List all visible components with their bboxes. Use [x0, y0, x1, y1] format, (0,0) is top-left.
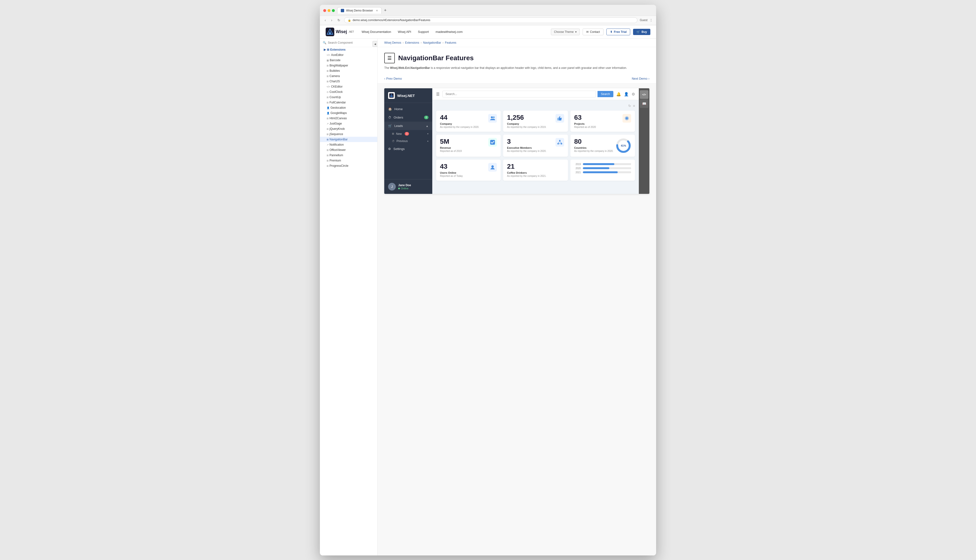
logo[interactable]: Wisej.NET [326, 28, 354, 36]
header-actions: Choose Theme ▾ ✉ Contact ⬆ Free Trial 🛒 … [551, 28, 650, 35]
leads-icon: 🛒 [388, 124, 392, 128]
back-button[interactable]: ‹ [323, 18, 328, 23]
bell-icon[interactable]: 🔔 [616, 92, 621, 97]
maximize-button[interactable] [332, 9, 335, 12]
tab-title: Wisej Demo Browser [346, 9, 373, 12]
sidebar-item-coolclock[interactable]: ⊙ CoolClock [320, 89, 377, 95]
demo-search-button[interactable]: Search [598, 91, 613, 97]
bar-track-0 [583, 163, 631, 165]
filter-icon[interactable]: ≡ [633, 104, 635, 108]
filter-row: ↻ ≡ [436, 104, 635, 108]
sidebar-item-premium[interactable]: ⊞ Premium [320, 158, 377, 163]
sidebar-collapse-button[interactable]: ◀ [373, 41, 377, 47]
bing-icon: ⊞ [327, 64, 329, 67]
demo-topbar-icons: 🔔 👤 ⚙ [616, 92, 635, 97]
free-trial-button[interactable]: ⬆ Free Trial [607, 28, 630, 35]
stat-number-coffee: 21 [507, 163, 546, 170]
stat-icon-0 [488, 114, 497, 123]
docs-view-button[interactable]: 📖 [640, 99, 648, 108]
sidebar-item-officeviewer[interactable]: ⊞ OfficeViewer [320, 147, 377, 153]
guest-label: Guest [640, 18, 647, 22]
stat-card-company-44: 44 Company As reported by the company in… [436, 111, 501, 132]
nav-api[interactable]: Wisej API [398, 30, 411, 33]
sidebar-item-extensions[interactable]: ▶ ⊞ Extensions [320, 47, 377, 52]
sidebar-item-progresscircle[interactable]: ⊞ ProgressCircle [320, 163, 377, 168]
demo-submenu-new[interactable]: ⊞ New 3 ▾ [388, 130, 432, 137]
demo-search-input[interactable] [442, 91, 596, 97]
contact-button[interactable]: ✉ Contact [583, 28, 603, 35]
stat-card-content-coffee: 21 Coffee Drinkers As reported by the co… [507, 163, 546, 177]
bubble-icon: ⊞ [327, 70, 329, 72]
stats-grid-2: 5M Revenue Reported as of 2019 [436, 135, 635, 157]
stat-desc-3: Reported as of 2019 [440, 150, 462, 152]
demo-nav-sidebar: Wisej.NET 🏠 Home ⏱ Orders 6 [384, 88, 432, 194]
donut-chart: 41% [616, 138, 631, 153]
tab-close-button[interactable]: ✕ [376, 9, 378, 12]
close-button[interactable] [323, 9, 326, 12]
nav-madewith[interactable]: madewithwisej.com [436, 30, 463, 33]
sidebar-item-googlemaps[interactable]: 👤 GoogleMaps [320, 110, 377, 116]
sidebar-item-justgage[interactable]: ↗ JustGage [320, 121, 377, 126]
sidebar-item-navigationbar[interactable]: ⊞ NavigationBar [320, 137, 377, 142]
svg-line-17 [560, 141, 562, 143]
sidebar-item-ckeditor[interactable]: </> CKEditor [320, 84, 377, 89]
breadcrumb-navigationbar[interactable]: NavigationBar [423, 41, 441, 44]
next-demo-button[interactable]: Next Demo › [632, 77, 649, 80]
breadcrumb-wisej-demos[interactable]: Wisej Demos [384, 41, 401, 44]
sidebar-item-barcode[interactable]: ▦ Barcode [320, 58, 377, 63]
new-badge: 3 [404, 132, 409, 135]
stat-label-coffee: Coffee Drinkers [507, 171, 546, 174]
sidebar-item-jqueryknob[interactable]: ⊞ jQueryKnob [320, 126, 377, 132]
search-input[interactable] [328, 41, 374, 44]
prev-demo-button[interactable]: ‹ Prev Demo [384, 77, 402, 80]
breadcrumb-features: Features [445, 41, 456, 44]
demo-menu-home[interactable]: 🏠 Home [384, 105, 432, 113]
stat-number-5: 80 [574, 138, 613, 145]
sidebar-item-jsequence[interactable]: ⊞ jSequence [320, 132, 377, 137]
demo-menu-settings[interactable]: ⚙ Settings [384, 145, 432, 153]
sidebar-item-notification[interactable]: ↗ Notification [320, 142, 377, 147]
address-bar[interactable]: 🔒 demo.wisej.com/demos/#Extensions/Navig… [344, 17, 637, 23]
choose-theme-button[interactable]: Choose Theme ▾ [551, 28, 580, 35]
browser-tab[interactable]: Wisej Demo Browser ✕ [337, 7, 382, 14]
hamburger-icon[interactable]: ☰ [436, 92, 440, 97]
new-tab-button[interactable]: + [383, 8, 388, 13]
demo-submenu-previous[interactable]: ⏱ Previous ▾ [388, 137, 432, 145]
nav-support[interactable]: Support [418, 30, 429, 33]
svg-point-14 [557, 143, 559, 145]
sidebar-item-camera[interactable]: ⊞ Camera [320, 73, 377, 79]
sidebar-item-geolocation[interactable]: 👤 Geolocation [320, 105, 377, 110]
sidebar-item-bingwallpaper[interactable]: ⊞ BingWallpaper [320, 63, 377, 68]
reload-button[interactable]: ↻ [336, 18, 342, 23]
minimize-button[interactable] [328, 9, 331, 12]
gear-icon[interactable]: ⚙ [632, 92, 635, 97]
sidebar-item-html2canvas[interactable]: ⊞ Html2Canvas [320, 116, 377, 121]
demo-menu-orders[interactable]: ⏱ Orders 6 [384, 113, 432, 122]
sidebar-item-fullcalendar[interactable]: ⊞ FullCalendar [320, 100, 377, 105]
breadcrumb-extensions[interactable]: Extensions [405, 41, 419, 44]
code-view-button[interactable]: </> [640, 90, 648, 99]
nav-docs[interactable]: Wisej Documentation [362, 30, 391, 33]
forward-button[interactable]: › [330, 18, 334, 23]
sidebar-item-bubbles[interactable]: ⊞ Bubbles [320, 68, 377, 73]
stat-icon-2 [622, 114, 631, 123]
demo-content-area: ↻ ≡ 44 Company As reported by the compan… [432, 100, 639, 194]
refresh-icon[interactable]: ↻ [628, 104, 631, 108]
demo-menu-leads[interactable]: 🛒 Leads ▲ [384, 122, 432, 130]
user-icon[interactable]: 👤 [624, 92, 629, 97]
sidebar-item-chartjs[interactable]: ⊞ ChartJS [320, 79, 377, 84]
nav-icon: ⊞ [327, 138, 329, 141]
stat-number-3: 5M [440, 138, 462, 145]
menu-icon[interactable]: ⋮ [649, 18, 653, 22]
sidebar-item-countup[interactable]: ⊞ CountUp [320, 95, 377, 100]
new-icon: ⊞ [392, 132, 394, 135]
svg-point-7 [493, 117, 495, 118]
sidebar-item-aceeditor[interactable]: </> AceEditor [320, 52, 377, 58]
calendar-icon: ⊞ [327, 101, 329, 104]
demo-user-panel: J Jane Doe Online [384, 179, 432, 194]
demo-search-bar: Search [442, 91, 613, 97]
buy-button[interactable]: 🛒 Buy [633, 29, 650, 35]
sidebar-item-pannellum[interactable]: ⊞ Pannellum [320, 153, 377, 158]
sidebar-search-bar: 🔍 [320, 38, 377, 47]
component-sidebar: 🔍 ◀ ▶ ⊞ Extensions </> AceEditor ▦ Barco… [320, 38, 378, 555]
